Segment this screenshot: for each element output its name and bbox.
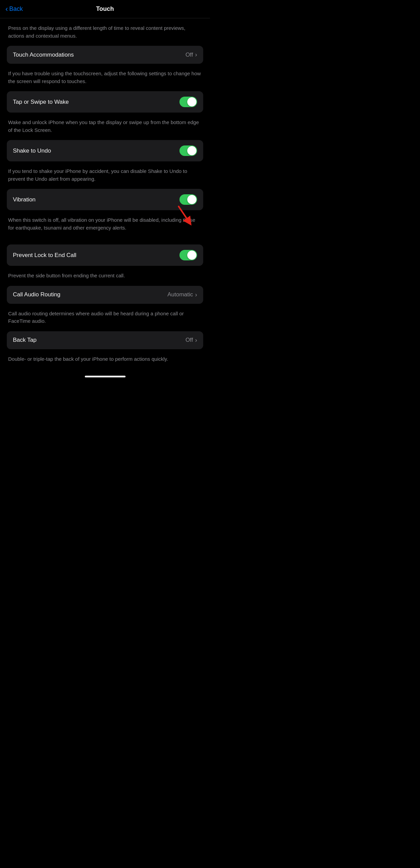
touch-accommodations-right: Off › [186,51,197,58]
back-tap-description: Double- or triple-tap the back of your i… [7,349,203,369]
back-tap-right: Off › [186,337,197,344]
prevent-lock-toggle-knob [187,251,196,260]
call-audio-routing-right: Automatic › [167,291,197,298]
touch-accommodations-row[interactable]: Touch Accommodations Off › [7,46,203,64]
touch-accommodations-description: If you have trouble using the touchscree… [7,64,203,91]
intro-description: Press on the display using a different l… [7,18,203,46]
home-indicator [0,369,210,381]
shake-to-undo-toggle-knob [187,146,196,155]
tap-or-swipe-row[interactable]: Tap or Swipe to Wake [7,91,203,113]
vibration-toggle-knob [187,195,196,204]
back-tap-label: Back Tap [13,337,37,343]
page-title: Touch [96,5,114,13]
shake-to-undo-label: Shake to Undo [13,147,51,154]
call-audio-routing-row[interactable]: Call Audio Routing Automatic › [7,286,203,304]
prevent-lock-row[interactable]: Prevent Lock to End Call [7,244,203,266]
call-audio-routing-label: Call Audio Routing [13,291,60,298]
header: ‹ Back Touch [0,0,210,18]
prevent-lock-toggle[interactable] [179,250,197,260]
prevent-lock-label: Prevent Lock to End Call [13,252,76,259]
tap-or-swipe-toggle-knob [187,97,196,106]
shake-to-undo-description: If you tend to shake your iPhone by acci… [7,161,203,189]
back-label: Back [9,5,23,13]
back-tap-row[interactable]: Back Tap Off › [7,331,203,349]
tap-or-swipe-description: Wake and unlock iPhone when you tap the … [7,113,203,140]
tap-or-swipe-label: Tap or Swipe to Wake [13,99,69,105]
vibration-toggle[interactable] [179,194,197,205]
tap-or-swipe-toggle[interactable] [179,97,197,107]
home-bar [85,376,126,377]
vibration-label: Vibration [13,196,36,203]
vibration-row[interactable]: Vibration [7,189,203,210]
back-tap-chevron-icon: › [195,337,197,344]
vibration-description-container: When this switch is off, all vibration o… [7,210,203,238]
touch-accommodations-value: Off [186,52,193,58]
call-audio-routing-value: Automatic [167,291,193,298]
content-area: Press on the display using a different l… [0,18,210,369]
prevent-lock-description: Prevent the side button from ending the … [7,266,203,286]
back-button[interactable]: ‹ Back [5,5,23,13]
vibration-description: When this switch is off, all vibration o… [7,210,203,238]
touch-accommodations-label: Touch Accommodations [13,52,74,58]
back-chevron-icon: ‹ [5,5,8,13]
touch-accommodations-chevron-icon: › [195,51,197,58]
gap1 [7,238,203,244]
call-audio-routing-chevron-icon: › [195,291,197,298]
back-tap-value: Off [186,337,193,343]
shake-to-undo-toggle[interactable] [179,145,197,156]
shake-to-undo-row[interactable]: Shake to Undo [7,140,203,161]
call-audio-routing-description: Call audio routing determines where audi… [7,304,203,331]
